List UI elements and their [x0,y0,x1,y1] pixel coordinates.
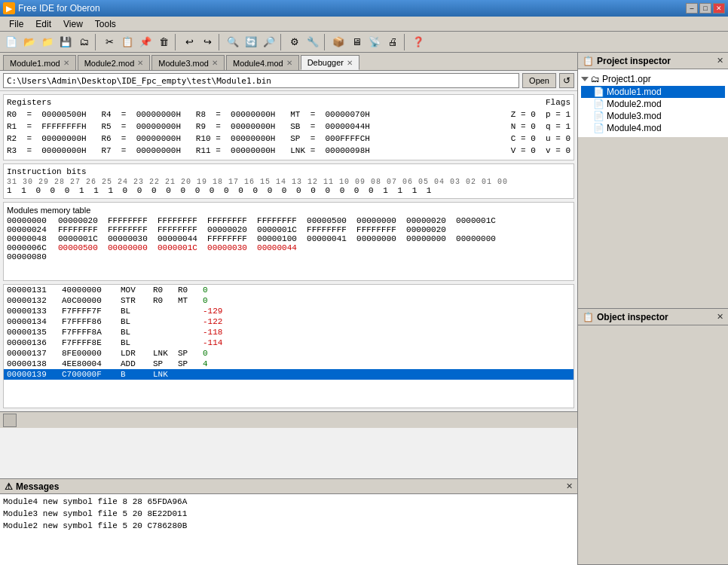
toolbar-sep3 [219,34,222,50]
toolbar-b3[interactable]: 📡 [366,34,383,50]
toolbar-settings[interactable]: ⚙ [286,34,303,50]
tab-close-module2[interactable]: ✕ [137,59,143,67]
flag-row-2: C = 0 u = 0 [509,133,570,145]
flags-title: Flags [509,98,570,107]
asm-row-5: 00000136 F7FFFF8E BL -114 [4,337,574,348]
project-name: Project1.opr [602,74,651,84]
debugger-body: Registers R0 = 00000500H R4 = 00000000H … [0,91,577,478]
tab-close-module4[interactable]: ✕ [286,59,292,67]
toolbar-new[interactable]: 📄 [3,34,20,50]
toolbar-open[interactable]: 📁 [39,34,56,50]
maximize-button[interactable]: □ [699,3,711,14]
toolbar-find-all[interactable]: 🔎 [261,34,277,50]
toolbar-replace[interactable]: 🔄 [243,34,259,50]
instruction-bit-values: 1 1 0 0 0 1 1 1 0 0 0 0 0 0 0 0 0 0 0 0 … [7,186,570,195]
tab-close-debugger[interactable]: ✕ [347,59,353,67]
file-icon-module2: 📄 [593,99,604,109]
file-refresh-button[interactable]: ↺ [559,73,574,88]
toolbar-open-folder[interactable]: 📂 [21,34,38,50]
menu-edit[interactable]: Edit [29,17,57,31]
left-panel: Module1.mod ✕ Module2.mod ✕ Module3.mod … [0,53,577,565]
project-tree: 🗂 Project1.opr 📄 Module1.mod 📄 Module2.m… [578,69,728,137]
tab-module3[interactable]: Module3.mod ✕ [151,55,225,70]
asm-row-4: 00000135 F7FFFF8A BL -118 [4,327,574,337]
tree-item-label-module1: Module1.mod [607,87,662,97]
tab-module4[interactable]: Module4.mod ✕ [226,55,299,70]
menu-view[interactable]: View [57,17,89,31]
file-icon-module3: 📄 [593,111,604,121]
status-tab[interactable] [3,414,17,427]
right-panel: 📋 Project inspector ✕ 🗂 Project1.opr 📄 M… [577,53,728,565]
project-inspector-icon: 📋 [583,56,594,66]
toolbar-search[interactable]: 🔍 [225,34,241,50]
minimize-button[interactable]: – [686,3,698,14]
object-inspector-header: 📋 Object inspector ✕ [578,309,728,325]
assembly-section: 00000131 40000000 MOV R0 R0 0 00000132 A… [3,284,574,408]
file-open-button[interactable]: Open [522,73,556,88]
file-icon-module1: 📄 [593,87,604,97]
messages-header: ⚠ Messages ✕ [0,479,577,494]
toolbar-sep5 [324,34,327,50]
reg-row-0: R0 = 00000500H R4 = 00000000H R8 = 00000… [7,108,500,121]
title-bar: ▶ Free IDE for Oberon – □ ✕ [0,0,728,17]
file-path-input[interactable] [3,73,519,88]
menu-file[interactable]: File [3,17,29,31]
content-area: Open ↺ Registers R0 = 00000500H R4 = 000… [0,71,577,478]
flag-row-0: Z = 0 p = 1 [509,108,570,121]
tree-item-module1[interactable]: 📄 Module1.mod [581,86,725,98]
toolbar-b4[interactable]: 🖨 [384,34,401,50]
tree-expand-icon [581,77,589,81]
toolbar-save-all[interactable]: 🗂 [75,34,92,50]
project-inspector-close[interactable]: ✕ [717,56,723,66]
toolbar-paste[interactable]: 📌 [137,34,154,50]
tab-close-module1[interactable]: ✕ [63,59,69,67]
tree-item-label-module2: Module2.mod [607,99,662,109]
memory-table-container[interactable]: 00000000 00000020 FFFFFFFF FFFFFFFF FFFF… [7,216,570,277]
reg-row-1: R1 = FFFFFFFFH R5 = 00000000H R9 = 00000… [7,121,500,133]
assembly-container[interactable]: 00000131 40000000 MOV R0 R0 0 00000132 A… [4,285,574,408]
tree-item-label-module4: Module4.mod [607,123,662,133]
asm-row-7: 00000138 4EE80004 ADD SP SP 4 [4,359,574,369]
project-inspector-header: 📋 Project inspector ✕ [578,53,728,69]
toolbar-help[interactable]: ❓ [410,34,427,50]
toolbar-tools[interactable]: 🔧 [304,34,321,50]
close-button[interactable]: ✕ [713,3,725,14]
instruction-section: Instruction bits 31 30 29 28 27 26 25 24… [3,163,574,199]
asm-row-8[interactable]: 00000139 C700000F B LNK [4,369,574,380]
toolbar-undo[interactable]: ↩ [181,34,197,50]
project-root[interactable]: 🗂 Project1.opr [581,72,725,86]
registers-title: Registers [7,98,500,107]
toolbar-delete[interactable]: 🗑 [155,34,172,50]
toolbar-save[interactable]: 💾 [57,34,74,50]
toolbar-redo[interactable]: ↪ [199,34,216,50]
window-title: Free IDE for Oberon [18,3,100,14]
memory-row-3: 0000006C 00000500 00000000 0000001C 0000… [7,243,570,252]
messages-panel: ⚠ Messages ✕ Module4 new symbol file 8 2… [0,478,577,565]
object-inspector-title: Object inspector [597,312,668,322]
tree-item-module4[interactable]: 📄 Module4.mod [581,122,725,134]
tab-debugger[interactable]: Debugger ✕ [301,55,359,70]
toolbar-b2[interactable]: 🖥 [348,34,365,50]
instruction-bit-labels: 31 30 29 28 27 26 25 24 23 22 21 20 19 1… [7,178,570,186]
flag-row-3: V = 0 v = 0 [509,145,570,157]
tab-module1[interactable]: Module1.mod ✕ [3,55,76,70]
status-tab-area [0,411,577,428]
tab-module2[interactable]: Module2.mod ✕ [78,55,151,70]
asm-row-3: 00000134 F7FFFF86 BL -122 [4,316,574,327]
file-icon-module4: 📄 [593,123,604,133]
toolbar-sep1 [95,34,98,50]
messages-close-button[interactable]: ✕ [566,481,573,491]
menu-tools[interactable]: Tools [89,17,122,31]
reg-row-2: R2 = 00000000H R6 = 00000000H R10 = 0000… [7,133,500,145]
toolbar-b1[interactable]: 📦 [330,34,347,50]
tree-item-module3[interactable]: 📄 Module3.mod [581,110,725,122]
main-layout: Module1.mod ✕ Module2.mod ✕ Module3.mod … [0,53,728,565]
toolbar: 📄 📂 📁 💾 🗂 ✂ 📋 📌 🗑 ↩ ↪ 🔍 🔄 🔎 ⚙ 🔧 📦 🖥 📡 🖨 … [0,32,728,53]
tree-item-module2[interactable]: 📄 Module2.mod [581,98,725,110]
object-inspector-close[interactable]: ✕ [717,312,723,322]
toolbar-cut[interactable]: ✂ [101,34,118,50]
messages-content: Module4 new symbol file 8 28 65FDA96A Mo… [0,494,577,565]
toolbar-copy[interactable]: 📋 [119,34,136,50]
tab-close-module3[interactable]: ✕ [212,59,218,67]
messages-title: Messages [16,481,59,492]
